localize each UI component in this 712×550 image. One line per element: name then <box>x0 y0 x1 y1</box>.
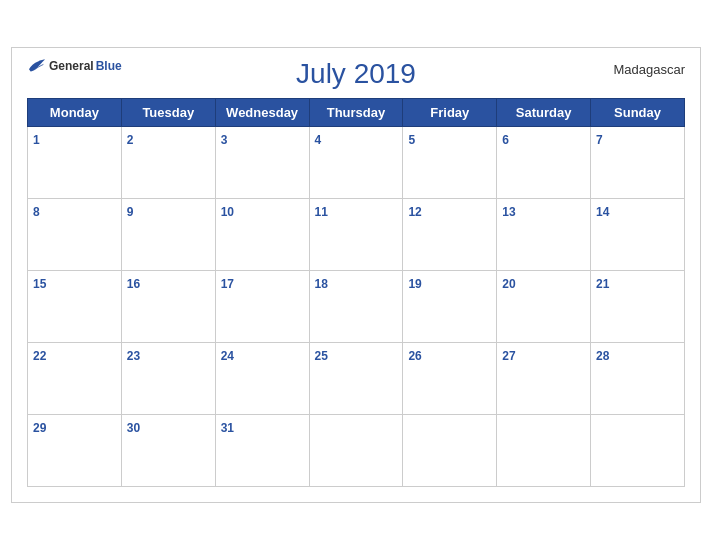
day-number: 28 <box>596 349 609 363</box>
col-monday: Monday <box>28 99 122 127</box>
day-number: 4 <box>315 133 322 147</box>
col-friday: Friday <box>403 99 497 127</box>
calendar-cell: 1 <box>28 127 122 199</box>
day-number: 13 <box>502 205 515 219</box>
day-number: 19 <box>408 277 421 291</box>
day-number: 27 <box>502 349 515 363</box>
day-number: 2 <box>127 133 134 147</box>
day-number: 21 <box>596 277 609 291</box>
day-number: 7 <box>596 133 603 147</box>
day-number: 6 <box>502 133 509 147</box>
calendar-cell: 20 <box>497 271 591 343</box>
calendar-cell: 2 <box>121 127 215 199</box>
calendar-cell: 9 <box>121 199 215 271</box>
day-number: 31 <box>221 421 234 435</box>
day-number: 18 <box>315 277 328 291</box>
calendar-cell: 10 <box>215 199 309 271</box>
logo-blue-text: Blue <box>96 59 122 73</box>
calendar-cell: 12 <box>403 199 497 271</box>
calendar-cell: 24 <box>215 343 309 415</box>
calendar-thead: Monday Tuesday Wednesday Thursday Friday… <box>28 99 685 127</box>
calendar-cell <box>497 415 591 487</box>
col-tuesday: Tuesday <box>121 99 215 127</box>
day-number: 10 <box>221 205 234 219</box>
day-number: 5 <box>408 133 415 147</box>
calendar-week-row: 1234567 <box>28 127 685 199</box>
calendar-cell: 25 <box>309 343 403 415</box>
day-number: 11 <box>315 205 328 219</box>
logo-text: General Blue <box>27 58 122 74</box>
calendar-week-row: 22232425262728 <box>28 343 685 415</box>
calendar-cell: 26 <box>403 343 497 415</box>
calendar-cell: 31 <box>215 415 309 487</box>
day-number: 30 <box>127 421 140 435</box>
day-number: 12 <box>408 205 421 219</box>
calendar-body: 1234567891011121314151617181920212223242… <box>28 127 685 487</box>
day-number: 29 <box>33 421 46 435</box>
calendar-cell: 4 <box>309 127 403 199</box>
calendar-cell: 11 <box>309 199 403 271</box>
calendar-cell <box>591 415 685 487</box>
calendar-cell: 13 <box>497 199 591 271</box>
day-number: 9 <box>127 205 134 219</box>
calendar-cell: 29 <box>28 415 122 487</box>
day-number: 14 <box>596 205 609 219</box>
day-number: 25 <box>315 349 328 363</box>
calendar-cell: 3 <box>215 127 309 199</box>
col-sunday: Sunday <box>591 99 685 127</box>
day-number: 15 <box>33 277 46 291</box>
col-thursday: Thursday <box>309 99 403 127</box>
calendar-cell: 22 <box>28 343 122 415</box>
calendar-country: Madagascar <box>613 62 685 77</box>
col-wednesday: Wednesday <box>215 99 309 127</box>
calendar-week-row: 15161718192021 <box>28 271 685 343</box>
calendar-week-row: 293031 <box>28 415 685 487</box>
day-number: 20 <box>502 277 515 291</box>
day-number: 24 <box>221 349 234 363</box>
calendar-cell: 15 <box>28 271 122 343</box>
calendar-cell: 19 <box>403 271 497 343</box>
logo-area: General Blue <box>27 58 122 74</box>
calendar-header: General Blue July 2019 Madagascar <box>27 58 685 90</box>
calendar-cell: 27 <box>497 343 591 415</box>
day-number: 17 <box>221 277 234 291</box>
calendar-cell <box>309 415 403 487</box>
logo-bird-icon <box>27 58 47 74</box>
calendar-cell: 18 <box>309 271 403 343</box>
day-number: 8 <box>33 205 40 219</box>
logo-general-text: General <box>49 59 94 73</box>
calendar-title: July 2019 <box>27 58 685 90</box>
calendar-cell: 30 <box>121 415 215 487</box>
calendar-table: Monday Tuesday Wednesday Thursday Friday… <box>27 98 685 487</box>
day-number: 26 <box>408 349 421 363</box>
day-number: 16 <box>127 277 140 291</box>
calendar-cell: 23 <box>121 343 215 415</box>
calendar-week-row: 891011121314 <box>28 199 685 271</box>
calendar-cell: 14 <box>591 199 685 271</box>
calendar-cell: 7 <box>591 127 685 199</box>
calendar-cell: 5 <box>403 127 497 199</box>
calendar-cell <box>403 415 497 487</box>
calendar-cell: 16 <box>121 271 215 343</box>
col-saturday: Saturday <box>497 99 591 127</box>
day-number: 22 <box>33 349 46 363</box>
calendar-cell: 21 <box>591 271 685 343</box>
day-number: 1 <box>33 133 40 147</box>
calendar-container: General Blue July 2019 Madagascar Monday… <box>11 47 701 503</box>
calendar-cell: 28 <box>591 343 685 415</box>
days-header-row: Monday Tuesday Wednesday Thursday Friday… <box>28 99 685 127</box>
calendar-cell: 8 <box>28 199 122 271</box>
calendar-cell: 6 <box>497 127 591 199</box>
day-number: 3 <box>221 133 228 147</box>
calendar-cell: 17 <box>215 271 309 343</box>
day-number: 23 <box>127 349 140 363</box>
